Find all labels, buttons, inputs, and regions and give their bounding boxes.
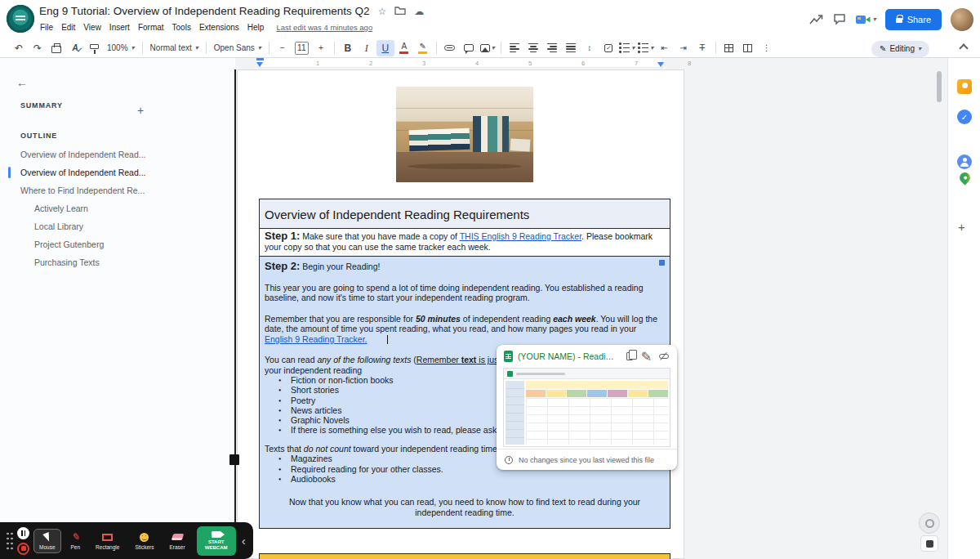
pen-tool-button[interactable]: ✎ Pen: [65, 529, 87, 553]
insert-table-icon[interactable]: [720, 40, 738, 56]
comment-history-icon[interactable]: [833, 13, 846, 25]
widget-button[interactable]: [920, 535, 938, 552]
docs-logo-icon[interactable]: [7, 5, 34, 33]
increase-indent-icon[interactable]: ⇥: [675, 40, 693, 56]
star-icon[interactable]: ☆: [378, 7, 387, 16]
right-margin-marker[interactable]: [657, 62, 664, 67]
file-preview-thumbnail[interactable]: [503, 368, 670, 447]
zoom-select[interactable]: 100%▾: [104, 43, 138, 52]
redo-icon[interactable]: ↷: [29, 40, 47, 56]
stop-record-button[interactable]: [17, 543, 29, 555]
drag-handle[interactable]: [5, 530, 13, 552]
checklist-icon[interactable]: ✓: [599, 40, 617, 56]
move-folder-icon[interactable]: [394, 6, 406, 16]
align-justify-icon[interactable]: [562, 40, 580, 56]
explore-button[interactable]: [919, 512, 940, 534]
pause-button[interactable]: [17, 527, 29, 539]
add-comment-icon[interactable]: [460, 40, 478, 56]
cloud-status-icon[interactable]: ☁: [414, 7, 424, 16]
menu-extensions[interactable]: Extensions: [195, 21, 243, 34]
menu-view[interactable]: View: [79, 21, 105, 34]
vertical-scrollbar[interactable]: [937, 71, 942, 102]
keep-icon[interactable]: [957, 79, 972, 94]
maps-icon[interactable]: [957, 170, 972, 185]
annotation-handle[interactable]: [229, 454, 239, 465]
outline-item[interactable]: Actively Learn: [0, 199, 234, 217]
annotation-vertical-line: [234, 69, 236, 551]
reading-tracker-link[interactable]: THIS English 9 Reading Tracker: [460, 231, 581, 241]
stickers-tool-button[interactable]: Stickers: [129, 529, 159, 553]
insert-link-icon[interactable]: [441, 40, 459, 56]
selection-handle[interactable]: [659, 260, 665, 266]
menu-file[interactable]: File: [36, 21, 57, 34]
get-addons-icon[interactable]: +: [958, 220, 965, 234]
eraser-tool-button[interactable]: Eraser: [164, 529, 191, 553]
meet-video-icon[interactable]: ▾: [855, 14, 876, 25]
account-avatar[interactable]: [951, 8, 973, 31]
spellcheck-icon[interactable]: A: [66, 40, 84, 56]
align-left-icon[interactable]: [506, 40, 523, 56]
outline-item-active[interactable]: Overview of Independent Read...: [0, 163, 234, 181]
document-title[interactable]: Eng 9 Tutorial: Overview of Independent …: [39, 5, 370, 17]
font-size-input[interactable]: 11: [295, 42, 309, 55]
outline-item[interactable]: Overview of Independent Read...: [0, 145, 234, 163]
outline-item[interactable]: Purchasing Texts: [0, 253, 234, 271]
reading-tracker-link-2[interactable]: English 9 Reading Tracker.: [265, 334, 368, 344]
left-margin-marker[interactable]: [256, 62, 263, 67]
tasks-icon[interactable]: ✓: [957, 110, 972, 124]
columns-icon[interactable]: [739, 40, 757, 56]
menu-insert[interactable]: Insert: [105, 21, 134, 34]
menu-edit[interactable]: Edit: [57, 21, 79, 34]
add-summary-icon[interactable]: +: [137, 104, 144, 117]
remove-link-icon[interactable]: [657, 354, 670, 359]
italic-button[interactable]: I: [358, 40, 376, 56]
table-header-cell[interactable]: Overview of Independent Reading Requirem…: [260, 199, 670, 229]
chevron-down-icon: ▾: [195, 45, 198, 51]
line-spacing-icon[interactable]: ↕: [581, 40, 599, 56]
rectangle-tool-button[interactable]: Rectangle: [90, 529, 125, 553]
menu-format[interactable]: Format: [134, 21, 168, 34]
linked-file-title[interactable]: (YOUR NAME) - Reading ...: [518, 351, 618, 361]
bold-button[interactable]: B: [339, 40, 357, 56]
decrease-font-icon[interactable]: −: [274, 40, 292, 56]
increase-font-icon[interactable]: +: [312, 40, 330, 56]
more-options-icon[interactable]: ⋮: [758, 40, 776, 56]
bulleted-list-icon[interactable]: ▾: [618, 40, 636, 56]
last-edit-status[interactable]: Last edit was 4 minutes ago: [276, 23, 372, 32]
close-outline-icon[interactable]: ←: [16, 76, 28, 89]
format-toolbar: ↶ ↷ A 100%▾ Normal text▾ Open Sans▾ − 11…: [0, 38, 980, 58]
step1-cell[interactable]: Step 1: Make sure that you have made a c…: [260, 229, 670, 257]
document-page[interactable]: Overview of Independent Reading Requirem…: [237, 69, 684, 559]
editing-mode-select[interactable]: ✎ Editing ▾: [871, 41, 929, 57]
outline-item[interactable]: Where to Find Independent Re...: [0, 181, 234, 199]
collapse-recorder-icon[interactable]: ‹: [242, 534, 246, 547]
highlight-color-button[interactable]: ✎: [414, 40, 432, 56]
numbered-list-icon[interactable]: ▾: [637, 40, 655, 56]
insert-image-icon[interactable]: ▾: [479, 40, 497, 56]
copy-link-icon[interactable]: [623, 352, 635, 360]
align-center-icon[interactable]: [524, 40, 542, 56]
edit-link-icon[interactable]: ✎: [640, 349, 653, 364]
outline-item[interactable]: Project Gutenberg: [0, 235, 234, 253]
mouse-tool-button[interactable]: Mouse: [33, 529, 61, 553]
books-photo[interactable]: [396, 87, 533, 182]
align-right-icon[interactable]: [543, 40, 561, 56]
doc-stats-icon[interactable]: [809, 14, 824, 25]
underline-button[interactable]: U: [376, 40, 394, 56]
start-webcam-button[interactable]: START WEBCAM: [197, 526, 236, 556]
paragraph-style-select[interactable]: Normal text▾: [147, 43, 202, 52]
clear-formatting-icon[interactable]: T: [693, 40, 711, 56]
font-select[interactable]: Open Sans▾: [211, 43, 265, 52]
share-button[interactable]: Share: [885, 9, 942, 30]
undo-icon[interactable]: ↶: [10, 40, 28, 56]
paint-format-icon[interactable]: [85, 40, 103, 56]
text-color-button[interactable]: A: [395, 40, 413, 56]
contacts-icon[interactable]: [957, 154, 972, 169]
print-icon[interactable]: [47, 40, 65, 56]
menu-tools[interactable]: Tools: [168, 21, 195, 34]
first-line-indent-marker[interactable]: [256, 58, 264, 60]
decrease-indent-icon[interactable]: ⇤: [656, 40, 674, 56]
next-section-header[interactable]: [259, 553, 670, 559]
menu-help[interactable]: Help: [243, 21, 269, 34]
outline-item[interactable]: Local Library: [0, 217, 234, 235]
